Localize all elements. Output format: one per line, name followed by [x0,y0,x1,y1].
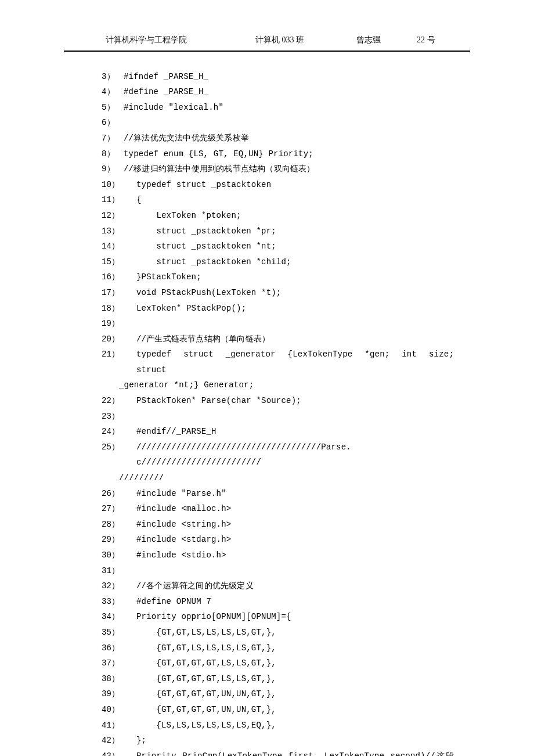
code-line: 9）//移进归约算法中使用到的栈节点结构（双向链表） [102,161,454,177]
code-line: 11）{ [102,192,454,208]
line-text: #define OPNUM 7 [136,594,454,610]
line-text: #include "Parse.h" [136,486,454,502]
line-number: 7） [102,131,124,146]
line-number: 29） [102,532,136,548]
line-number: 15） [102,254,136,270]
code-line: 4）#define _PARSE_H_ [102,84,454,100]
line-continuation: ///////// [102,470,454,486]
code-line: 22）PStackToken* Parse(char *Source); [102,393,454,409]
line-number: 42） [102,733,136,748]
line-number: 39） [102,686,136,702]
line-number: 40） [102,702,136,718]
code-line: 34）Priority opprio[OPNUM][OPNUM]={ [102,609,454,625]
line-number: 22） [102,393,136,409]
line-number: 41） [102,718,136,733]
code-line: 17）void PStackPush(LexToken *t); [102,285,454,301]
code-line: 43）Priority PrioCmp(LexTokenType first, … [102,748,454,756]
line-text: /////////////////////////////////////Par… [136,440,454,470]
code-line: 12） LexToken *ptoken; [102,208,454,224]
code-line: 35） {GT,GT,LS,LS,LS,LS,GT,}, [102,625,454,640]
line-number: 38） [102,671,136,687]
code-line: 24）#endif//_PARSE_H [102,424,454,440]
line-text: LexToken* PStackPop(); [136,301,454,316]
line-number: 12） [102,208,136,224]
code-line: 25）/////////////////////////////////////… [102,440,454,470]
line-text: #include <string.h> [136,517,454,532]
line-number: 24） [102,424,136,440]
code-line: 8）typedef enum {LS, GT, EQ,UN} Priority; [102,146,454,162]
line-text: struct _pstacktoken *pr; [136,224,454,239]
line-text: #endif//_PARSE_H [136,424,454,440]
code-line: 20）//产生式链表节点结构（单向链表） [102,332,454,347]
line-number: 33） [102,594,136,610]
code-line: 42）}; [102,733,454,748]
code-line: 6） [102,115,454,131]
code-line: 18）LexToken* PStackPop(); [102,301,454,316]
line-text: //算法优先文法中优先级关系枚举 [124,131,454,146]
code-line: 23） [102,409,454,424]
code-line: 3）#ifndef _PARSE_H_ [102,69,454,85]
line-number: 27） [102,501,136,517]
line-number: 9） [102,161,124,177]
code-line: 36） {GT,GT,LS,LS,LS,LS,GT,}, [102,640,454,656]
line-number: 6） [102,115,124,131]
line-continuation: _generator *nt;} Generator; [102,377,454,393]
line-number: 36） [102,640,136,656]
line-number: 13） [102,224,136,239]
line-text: PStackToken* Parse(char *Source); [136,393,454,409]
code-line: 5）#include "lexical.h" [102,100,454,116]
line-text: #ifndef _PARSE_H_ [124,69,454,85]
header-class: 计算机 033 班 [187,33,304,48]
line-number: 19） [102,316,136,332]
line-number: 25） [102,440,136,455]
line-number: 21） [102,347,136,362]
line-text: typedef enum {LS, GT, EQ,UN} Priority; [124,146,454,162]
line-text: { [136,192,454,208]
header-name: 曾志强 [304,33,381,48]
page-header: 计算机科学与工程学院 计算机 033 班 曾志强 22 号 [64,33,470,52]
header-department: 计算机科学与工程学院 [64,33,187,48]
line-number: 3） [102,69,124,85]
line-number: 37） [102,656,136,671]
line-text: Priority PrioCmp(LexTokenType first, Lex… [136,748,454,756]
line-text: //移进归约算法中使用到的栈节点结构（双向链表） [124,161,454,177]
code-listing: 3）#ifndef _PARSE_H_4）#define _PARSE_H_5）… [0,69,534,756]
line-text: {GT,GT,GT,GT,LS,LS,GT,}, [136,671,454,687]
line-text: //各个运算符之间的优先级定义 [136,578,454,594]
code-line: 37） {GT,GT,GT,GT,LS,LS,GT,}, [102,656,454,671]
line-text: {GT,GT,GT,GT,LS,LS,GT,}, [136,656,454,671]
line-text: {GT,GT,LS,LS,LS,LS,GT,}, [136,640,454,656]
code-line: 41） {LS,LS,LS,LS,LS,LS,EQ,}, [102,718,454,733]
code-line: 39） {GT,GT,GT,GT,UN,UN,GT,}, [102,686,454,702]
code-line: 26）#include "Parse.h" [102,486,454,502]
line-text: Priority opprio[OPNUM][OPNUM]={ [136,609,454,625]
line-text: #define _PARSE_H_ [124,84,454,100]
line-text: #include "lexical.h" [124,100,454,116]
line-text: typedef struct _generator {LexTokenType … [136,347,454,377]
line-text: {LS,LS,LS,LS,LS,LS,EQ,}, [136,718,454,733]
line-number: 31） [102,563,136,579]
line-number: 20） [102,332,136,347]
line-number: 14） [102,239,136,254]
header-number: 22 号 [381,33,435,48]
code-line: 31） [102,563,454,579]
line-number: 28） [102,517,136,532]
line-number: 34） [102,609,136,625]
line-text: #include <malloc.h> [136,501,454,517]
line-text: //产生式链表节点结构（单向链表） [136,332,454,347]
line-number: 30） [102,548,136,563]
code-line: 40） {GT,GT,GT,GT,UN,UN,GT,}, [102,702,454,718]
code-line: 33）#define OPNUM 7 [102,594,454,610]
line-text: #include <stdio.h> [136,548,454,563]
line-text: typedef struct _pstacktoken [136,177,454,193]
line-number: 18） [102,301,136,316]
line-number: 35） [102,625,136,640]
line-number: 5） [102,100,124,116]
code-line: 13） struct _pstacktoken *pr; [102,224,454,239]
line-text: struct _pstacktoken *child; [136,254,454,270]
code-line: 21）typedef struct _generator {LexTokenTy… [102,347,454,377]
line-text: }; [136,733,454,748]
line-text: #include <stdarg.h> [136,532,454,548]
line-number: 10） [102,177,136,193]
document-page: 计算机科学与工程学院 计算机 033 班 曾志强 22 号 3）#ifndef … [0,0,534,756]
